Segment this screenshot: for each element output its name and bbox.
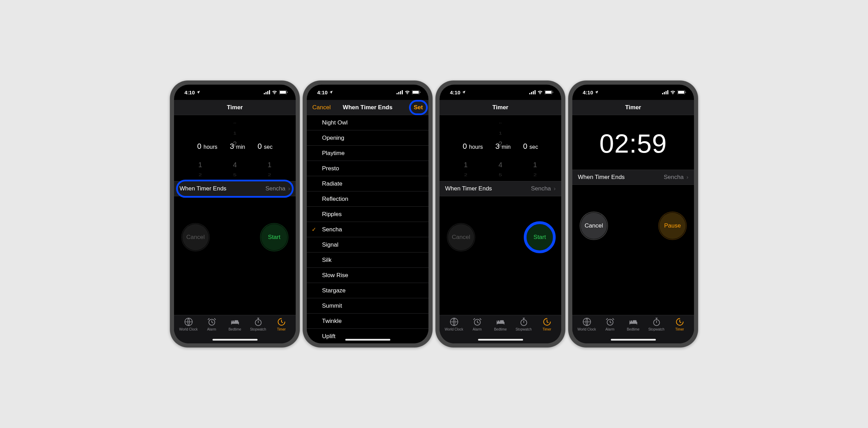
svg-rect-26 — [545, 91, 552, 94]
svg-rect-36 — [664, 92, 665, 94]
tab-timer[interactable]: Timer — [668, 317, 691, 343]
start-button[interactable]: Start — [261, 224, 287, 250]
wifi-icon — [272, 90, 277, 94]
svg-rect-5 — [280, 91, 286, 94]
svg-rect-22 — [531, 92, 532, 94]
sound-option[interactable]: Silk — [307, 252, 428, 268]
sound-label: Twinkle — [322, 318, 342, 325]
tab-globe[interactable]: World Clock — [177, 317, 200, 343]
checkmark-icon: ✓ — [312, 226, 316, 233]
svg-point-47 — [631, 320, 632, 322]
sound-option[interactable]: ✓Sencha — [307, 222, 428, 237]
sound-option[interactable]: Uplift — [307, 329, 428, 343]
picker-sec-value: 0 — [523, 142, 527, 151]
start-button[interactable]: Start — [527, 224, 553, 250]
sound-label: Uplift — [322, 333, 336, 340]
picker-min-label: min — [236, 144, 245, 150]
tab-label: Timer — [542, 327, 551, 331]
tab-label: Bedtime — [228, 327, 241, 331]
svg-rect-23 — [533, 91, 534, 95]
location-icon — [329, 90, 333, 94]
nav-bar: Timer — [572, 100, 694, 115]
sound-label: Reflection — [322, 196, 348, 203]
phone-frame: 4:10 Timer 02:59 When Timer Ends Sencha … — [568, 80, 698, 348]
when-timer-ends-row[interactable]: When Timer Ends Sencha › — [174, 181, 296, 196]
time-picker[interactable]: 123 012 456 123 0hours 3min 0sec — [440, 115, 561, 181]
sound-label: Stargaze — [322, 287, 346, 294]
notch — [472, 85, 529, 94]
tab-timer[interactable]: Timer — [536, 317, 558, 343]
location-icon — [462, 90, 466, 94]
tab-timer[interactable]: Timer — [270, 317, 293, 343]
svg-rect-14 — [397, 93, 398, 94]
svg-rect-11 — [238, 322, 239, 324]
sound-list[interactable]: Night OwlOpeningPlaytimePrestoRadiateRef… — [307, 115, 428, 343]
wifi-icon — [537, 90, 543, 94]
sound-option[interactable]: Slow Rise — [307, 268, 428, 283]
battery-icon — [545, 90, 554, 94]
notch — [605, 85, 662, 94]
tab-label: Alarm — [472, 327, 481, 331]
home-indicator[interactable] — [345, 339, 390, 341]
battery-icon — [279, 90, 288, 94]
sound-option[interactable]: Playtime — [307, 146, 428, 161]
home-indicator[interactable] — [212, 339, 258, 341]
phone-frame: 4:10 Cancel When Timer Ends Set Night Ow… — [303, 80, 433, 348]
set-button[interactable]: Set — [408, 100, 428, 115]
stopwatch-icon — [652, 317, 661, 326]
when-timer-ends-row[interactable]: When Timer Ends Sencha › — [572, 170, 694, 185]
picker-min-value: 3 — [230, 142, 234, 151]
sound-option[interactable]: Radiate — [307, 176, 428, 191]
location-icon — [594, 90, 599, 94]
svg-rect-24 — [535, 90, 536, 94]
tab-globe[interactable]: World Clock — [443, 317, 465, 343]
status-time: 4:10 — [317, 89, 328, 95]
svg-rect-41 — [685, 92, 686, 93]
tab-label: Stopwatch — [648, 327, 665, 331]
cancel-button[interactable]: Cancel — [182, 224, 209, 250]
sound-label: Signal — [322, 241, 338, 248]
tab-globe[interactable]: World Clock — [575, 317, 598, 343]
bed-icon — [496, 317, 505, 326]
sound-option[interactable]: Reflection — [307, 191, 428, 207]
status-time: 4:10 — [583, 89, 593, 95]
sound-option[interactable]: Opening — [307, 130, 428, 146]
sound-option[interactable]: Signal — [307, 237, 428, 252]
sound-label: Radiate — [322, 180, 342, 187]
svg-rect-0 — [264, 93, 265, 94]
tab-label: World Clock — [445, 327, 463, 331]
sound-option[interactable]: Night Owl — [307, 115, 428, 130]
home-indicator[interactable] — [478, 339, 523, 341]
svg-rect-20 — [420, 92, 420, 93]
alarm-icon — [207, 317, 216, 326]
sound-option[interactable]: Summit — [307, 298, 428, 314]
tab-label: Timer — [675, 327, 684, 331]
sound-label: Playtime — [322, 150, 345, 157]
svg-rect-2 — [267, 91, 268, 95]
timer-icon — [277, 317, 286, 326]
sound-option[interactable]: Presto — [307, 161, 428, 176]
cancel-button[interactable]: Cancel — [581, 213, 607, 239]
home-indicator[interactable] — [611, 339, 656, 341]
svg-rect-10 — [231, 320, 232, 324]
picker-hours-label: hours — [203, 144, 217, 150]
signal-icon — [529, 90, 536, 94]
nav-bar: Cancel When Timer Ends Set — [307, 100, 428, 115]
tab-label: Timer — [277, 327, 286, 331]
stopwatch-icon — [519, 317, 528, 326]
cancel-button[interactable]: Cancel — [448, 224, 474, 250]
signal-icon — [397, 90, 403, 94]
pause-button[interactable]: Pause — [659, 213, 686, 239]
sound-option[interactable]: Ripples — [307, 207, 428, 222]
svg-rect-46 — [636, 322, 637, 324]
phone-frame: 4:10 Timer 123 012 456 123 0hours — [170, 80, 300, 348]
sound-option[interactable]: Twinkle — [307, 314, 428, 329]
svg-rect-38 — [667, 90, 668, 94]
tab-label: World Clock — [578, 327, 596, 331]
time-picker[interactable]: 123 012 456 123 0hours 3min 0sec — [174, 115, 296, 181]
tab-label: Stopwatch — [515, 327, 532, 331]
sound-option[interactable]: Stargaze — [307, 283, 428, 298]
cancel-button[interactable]: Cancel — [307, 100, 336, 115]
when-timer-ends-row[interactable]: When Timer Ends Sencha › — [440, 181, 561, 196]
signal-icon — [264, 90, 270, 94]
